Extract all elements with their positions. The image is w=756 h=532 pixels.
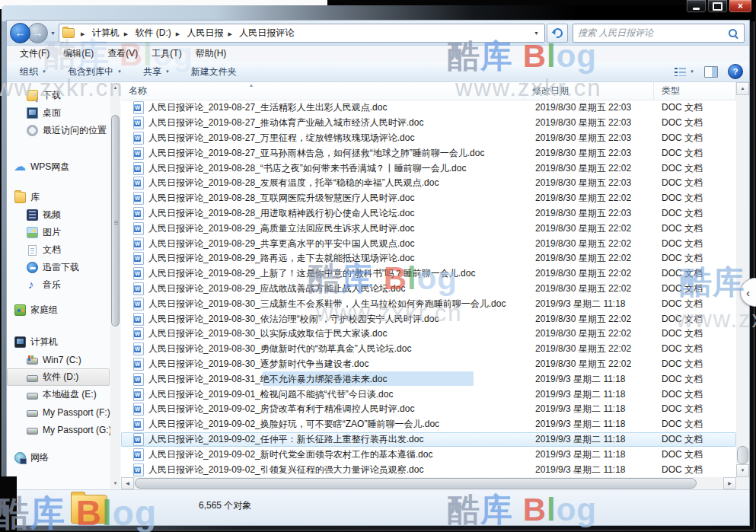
sidebar-item[interactable]: My Passport (F:) [7, 403, 121, 421]
breadcrumb-item[interactable]: 软件 (D:) [135, 27, 171, 38]
address-bar[interactable]: ▶ 计算机 ▶ 软件 (D:) ▶ 人民日报 ▶ 人民日报评论 ▼ [59, 24, 545, 43]
search-box[interactable]: 搜索 人民日报评论 [573, 24, 745, 43]
thunder-icon [27, 262, 38, 273]
toolbar-button[interactable]: 新建文件夹 [184, 63, 244, 81]
file-row[interactable]: 人民日报评论_2019-09-02_任仲平：新长征路上重整行装再出发.doc 2… [121, 432, 736, 448]
scroll-down-icon[interactable]: ▼ [736, 464, 749, 477]
file-name: 人民日报评论_2019-08-27_万里征程，绽放铿锵玫瑰现场评论.doc [148, 132, 526, 145]
minimize-icon [693, 8, 700, 10]
back-button[interactable]: ← [10, 23, 30, 43]
sidebar-item[interactable]: 图片 [7, 224, 121, 241]
help-button[interactable]: ? [728, 64, 743, 79]
file-date-modified: 2019/9/3 星期二 11:18 [526, 403, 656, 416]
menu-item[interactable]: 编辑(E) [56, 46, 100, 62]
scroll-left-icon[interactable]: ◀ [121, 477, 134, 489]
file-row[interactable]: 人民日报评论_2019-08-29_上新了！这是你中意的“教科书”吗？睡前聊一会… [121, 266, 736, 282]
change-view-button[interactable]: ▼ [675, 67, 694, 76]
sidebar-item[interactable]: 文档 [7, 241, 121, 259]
search-icon[interactable] [729, 29, 737, 37]
sidebar-item[interactable]: My Passport (G:) [7, 421, 121, 438]
file-row[interactable]: 人民日报评论_2019-08-27_万里征程，绽放铿锵玫瑰现场评论.doc 20… [121, 131, 736, 146]
file-row[interactable]: 人民日报评论_2019-08-29_应战敢战善战方能止战人民论坛.doc 201… [121, 282, 736, 297]
file-row[interactable]: 人民日报评论_2019-09-02_引领复兴征程的强大力量评论员观察.doc 2… [121, 462, 736, 477]
menu-item[interactable]: 工具(T) [145, 46, 188, 62]
file-row[interactable]: 人民日报评论_2019-08-31_绝不允许暴力绑架香港未来.doc 2019/… [121, 371, 736, 387]
file-row[interactable]: 人民日报评论_2019-08-28_“书店之夜”如何带来书香满城？丨睡前聊一会儿… [121, 161, 736, 176]
sidebar-item[interactable]: WPS网盘 [7, 158, 121, 176]
item-count: 6,565 个对象 [199, 499, 251, 512]
column-headers: 名称 ▲ 修改日期 类型 [121, 82, 736, 100]
file-row[interactable]: 人民日报评论_2019-08-29_高质量立法回应民生诉求人民时评.doc 20… [121, 221, 736, 236]
file-row[interactable]: 人民日报评论_2019-08-30_逐梦新时代争当建设者.doc 2019/8/… [121, 357, 736, 372]
doc-file-icon [133, 327, 144, 340]
sidebar-item[interactable]: 下载 [7, 87, 121, 104]
file-row[interactable]: 人民日报评论_2019-08-28_用进取精神践行初心使命人民论坛.doc 20… [121, 206, 736, 221]
menu-item[interactable]: 文件(F) [13, 46, 56, 62]
file-row[interactable]: 人民日报评论_2019-08-29_共享更高水平的平安中国人民观点.doc 20… [121, 236, 736, 251]
scroll-right-icon[interactable]: ▶ [723, 477, 736, 489]
breadcrumb-item[interactable]: 人民日报 [187, 27, 223, 38]
file-row[interactable]: 人民日报评论_2019-08-27_生活精彩人生出彩人民观点.doc 2019/… [121, 100, 736, 116]
breadcrumb-segment[interactable]: ▶ 软件 (D:) [120, 27, 171, 40]
breadcrumb-segment[interactable]: ▶ 人民日报评论 [223, 27, 294, 40]
file-row[interactable]: 人民日报评论_2019-08-30_以实际成效取信于民大家谈.doc 2019/… [121, 327, 736, 342]
sidebar-item[interactable]: 视频 [7, 206, 121, 224]
sidebar-item[interactable]: 软件 (D:) [7, 368, 110, 386]
column-header-type[interactable]: 类型 [654, 82, 736, 100]
sidebar-scrollbar-thumb[interactable] [111, 115, 120, 327]
doc-file-icon [133, 403, 144, 416]
breadcrumb-segment[interactable]: ▶ 计算机 [76, 27, 120, 40]
scroll-up-icon[interactable]: ▲ [736, 82, 749, 95]
scroll-up-icon[interactable]: ▲ [110, 83, 120, 93]
file-row[interactable]: 人民日报评论_2019-08-30_三成新生不会系鞋带，人生马拉松如何奔跑睡前聊… [121, 296, 736, 311]
title-bar[interactable] [2, 5, 754, 21]
vertical-scrollbar-thumb[interactable] [737, 446, 748, 464]
sidebar-item[interactable]: 计算机 [7, 333, 121, 351]
menu-item[interactable]: 帮助(H) [189, 46, 234, 62]
file-row[interactable]: 人民日报评论_2019-08-28_发展有温度，托举“稳稳的幸福”人民观点.do… [121, 176, 736, 191]
horizontal-scrollbar-thumb[interactable] [135, 478, 697, 489]
preview-pane-button[interactable] [704, 66, 718, 78]
maximize-button[interactable] [707, 0, 728, 13]
file-row[interactable]: 人民日报评论_2019-09-02_新时代党全面领导农村工作的基本遵循.doc … [121, 447, 736, 462]
toolbar-button[interactable]: 共享 ▼ [136, 63, 177, 81]
sidebar-item[interactable]: 音乐 [7, 276, 121, 294]
file-row[interactable]: 人民日报评论_2019-09-01_检视问题不能搞“代替”今日谈.doc 201… [121, 387, 736, 402]
toolbar-button[interactable]: 包含到库中 ▼ [61, 63, 129, 81]
breadcrumb-item[interactable]: 人民日报评论 [239, 27, 294, 38]
close-button[interactable]: × [729, 0, 752, 13]
file-type: DOC 文档 [656, 132, 736, 145]
file-row[interactable]: 人民日报评论_2019-08-27_推动体育产业融入城市经济人民时评.doc 2… [121, 116, 736, 131]
sidebar-item[interactable]: Win7 (C:) [7, 351, 121, 368]
forward-button[interactable]: → [27, 23, 48, 43]
background-window-corner [0, 476, 17, 532]
toolbar-button[interactable]: 组织 ▼ [13, 63, 53, 81]
file-row[interactable]: 人民日报评论_2019-08-27_亚马孙雨林告急，如何拯救“地球之肺”睡前聊一… [121, 145, 736, 161]
sidebar-item[interactable]: 网络 [7, 449, 121, 467]
breadcrumb-item[interactable]: 计算机 [92, 27, 120, 38]
sidebar-scrollbar[interactable]: ▲ ▼ [110, 83, 120, 489]
sidebar-item[interactable]: 本地磁盘 (E:) [7, 386, 121, 403]
sidebar-item[interactable]: 桌面 [7, 104, 121, 122]
column-header-date[interactable]: 修改日期 [525, 82, 654, 100]
sidebar-item[interactable]: 家庭组 [7, 301, 121, 319]
file-row[interactable]: 人民日报评论_2019-08-30_勇做新时代的“劲草真金”人民论坛.doc 2… [121, 342, 736, 357]
refresh-button[interactable] [547, 24, 568, 43]
sidebar-item[interactable]: 最近访问的位置 [7, 122, 121, 139]
menu-item[interactable]: 查看(V) [100, 46, 145, 62]
file-row[interactable]: 人民日报评论_2019-08-28_互联网医院升级智慧医疗人民时评.doc 20… [121, 191, 736, 206]
history-dropdown-icon[interactable]: ▼ [50, 30, 56, 36]
address-dropdown-icon[interactable]: ▼ [530, 30, 543, 36]
file-row[interactable]: 人民日报评论_2019-08-29_路再远，走下去就能抵达现场评论.doc 20… [121, 251, 736, 266]
minimize-button[interactable] [686, 0, 707, 13]
file-date-modified: 2019/8/30 星期五 22:02 [526, 192, 656, 205]
scroll-down-icon[interactable]: ▼ [110, 479, 120, 489]
file-row[interactable]: 人民日报评论_2019-08-30_依法治理“校闹”，守护校园安宁人民时评.do… [121, 311, 736, 327]
horizontal-scrollbar[interactable]: ◀ ▶ [121, 477, 736, 489]
column-header-name[interactable]: 名称 ▲ [121, 82, 525, 100]
sidebar-item[interactable]: 库 [7, 189, 121, 206]
sidebar-item[interactable]: 迅雷下载 [7, 259, 121, 276]
file-row[interactable]: 人民日报评论_2019-09-02_换脸好玩，可不要瞎“ZAO”睡前聊一会儿.d… [121, 417, 736, 432]
breadcrumb-segment[interactable]: ▶ 人民日报 [171, 27, 224, 40]
file-row[interactable]: 人民日报评论_2019-09-02_房贷改革有利于精准调控人民时评.doc 20… [121, 402, 736, 417]
